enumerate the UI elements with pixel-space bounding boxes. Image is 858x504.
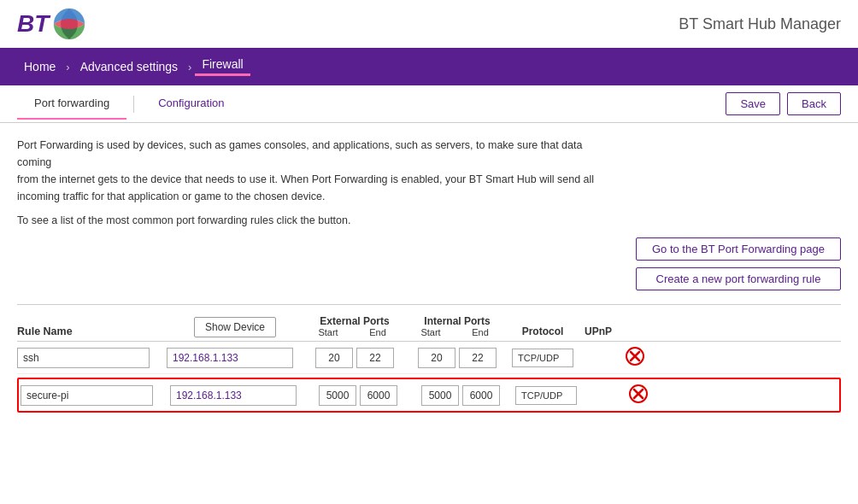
bt-logo-text: BT bbox=[17, 10, 49, 38]
col-header-protocol: Protocol bbox=[508, 325, 577, 337]
input-ext-start-1[interactable] bbox=[315, 348, 353, 368]
delete-icon-2 bbox=[629, 384, 648, 403]
back-button[interactable]: Back bbox=[787, 92, 841, 115]
nav-advanced[interactable]: Advanced settings bbox=[73, 60, 185, 73]
cell-ext-1 bbox=[303, 348, 406, 368]
desc-line4: To see a list of the most common port fo… bbox=[17, 212, 615, 229]
input-int-start-1[interactable] bbox=[418, 348, 455, 368]
input-rule-name-2[interactable] bbox=[21, 385, 153, 406]
input-ext-end-2[interactable] bbox=[360, 385, 397, 406]
tab-configuration[interactable]: Configuration bbox=[141, 88, 241, 120]
nav-firewall[interactable]: Firewall bbox=[195, 57, 250, 76]
col-header-internal: Internal Ports bbox=[406, 315, 508, 327]
input-ext-end-1[interactable] bbox=[356, 348, 394, 368]
bt-globe-icon bbox=[52, 7, 86, 41]
col-header-upnp: UPnP bbox=[577, 325, 620, 337]
table-row-highlighted bbox=[17, 378, 841, 413]
cell-delete-2 bbox=[623, 384, 654, 406]
desc-line3: incoming traffic for that application or… bbox=[17, 188, 615, 205]
tab-actions: Save Back bbox=[726, 85, 841, 122]
input-int-end-2[interactable] bbox=[462, 385, 500, 406]
col-header-external: External Ports bbox=[303, 315, 406, 327]
desc-line4-text: To see a list of the most common port fo… bbox=[17, 214, 350, 226]
cell-device-2 bbox=[170, 385, 307, 406]
col-ext-end: End bbox=[353, 327, 403, 337]
delete-button-1[interactable] bbox=[626, 347, 644, 368]
save-button[interactable]: Save bbox=[726, 92, 780, 115]
nav-sep-1: › bbox=[66, 61, 69, 73]
nav-bar: Home › Advanced settings › Firewall bbox=[0, 48, 858, 85]
cell-rule-name-2 bbox=[21, 385, 170, 406]
input-proto-1[interactable] bbox=[512, 349, 573, 367]
col-int-start: Start bbox=[406, 327, 455, 337]
desc-line1: Port Forwarding is used by devices, such… bbox=[17, 137, 615, 171]
table-row bbox=[17, 342, 841, 374]
tab-port-forwarding[interactable]: Port forwarding bbox=[17, 88, 126, 120]
description-text: Port Forwarding is used by devices, such… bbox=[17, 137, 615, 229]
delete-icon-1 bbox=[626, 347, 644, 366]
logo-area: BT bbox=[17, 7, 86, 41]
input-ip-2[interactable] bbox=[170, 385, 297, 406]
nav-sep-2: › bbox=[188, 61, 191, 73]
input-ext-start-2[interactable] bbox=[319, 385, 356, 406]
cell-proto-1 bbox=[508, 349, 577, 367]
nav-home[interactable]: Home bbox=[17, 60, 62, 73]
input-proto-2[interactable] bbox=[515, 386, 577, 405]
cell-device-1 bbox=[167, 348, 303, 368]
input-rule-name-1[interactable] bbox=[17, 348, 150, 368]
input-int-start-2[interactable] bbox=[421, 385, 459, 406]
cell-proto-2 bbox=[512, 386, 580, 405]
col-int-end: End bbox=[455, 327, 505, 337]
top-bar: BT BT Smart Hub Manager bbox=[0, 0, 858, 48]
goto-bt-button[interactable]: Go to the BT Port Forwarding page bbox=[636, 237, 841, 261]
tab-separator bbox=[133, 96, 134, 113]
tabs: Port forwarding Configuration bbox=[17, 88, 241, 120]
col-ext-start: Start bbox=[303, 327, 353, 337]
cell-ext-2 bbox=[307, 385, 409, 406]
app-title: BT Smart Hub Manager bbox=[679, 15, 841, 33]
input-int-end-1[interactable] bbox=[459, 348, 497, 368]
desc-line2: from the internet gets to the device tha… bbox=[17, 171, 615, 188]
cell-delete-1 bbox=[620, 347, 650, 368]
input-ip-1[interactable] bbox=[167, 348, 293, 368]
delete-button-2[interactable] bbox=[629, 384, 648, 406]
cell-int-2 bbox=[409, 385, 512, 406]
show-device-button[interactable]: Show Device bbox=[194, 317, 276, 337]
col-header-rule: Rule Name bbox=[17, 325, 167, 337]
tabs-bar: Port forwarding Configuration Save Back bbox=[0, 85, 858, 123]
cell-rule-name-1 bbox=[17, 348, 167, 368]
cell-int-1 bbox=[406, 348, 508, 368]
create-rule-button[interactable]: Create a new port forwarding rule bbox=[636, 267, 841, 290]
content-area: Port Forwarding is used by devices, such… bbox=[0, 123, 858, 426]
port-forwarding-table: Rule Name Show Device External Ports Sta… bbox=[17, 304, 841, 413]
